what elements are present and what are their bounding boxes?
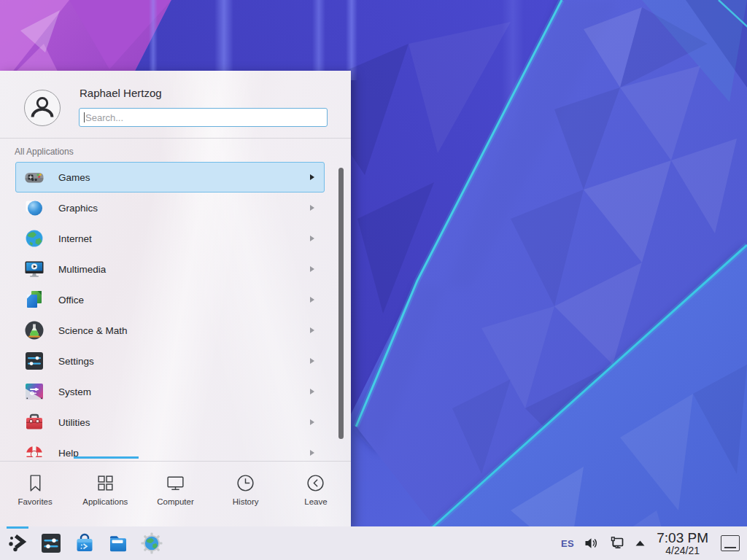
category-internet[interactable]: Internet xyxy=(15,223,325,254)
computer-icon xyxy=(166,473,185,493)
system-settings-icon[interactable] xyxy=(39,532,63,555)
chevron-right-icon xyxy=(310,297,314,303)
search-input[interactable] xyxy=(79,108,328,127)
user-avatar[interactable] xyxy=(24,90,61,126)
tab-computer[interactable]: Computer xyxy=(140,462,210,526)
scrollbar-thumb[interactable] xyxy=(338,168,344,439)
volume-icon[interactable] xyxy=(584,535,600,551)
keyboard-layout-indicator[interactable]: ES xyxy=(561,538,574,549)
tab-history[interactable]: History xyxy=(211,462,281,526)
show-desktop-button[interactable] xyxy=(721,535,740,551)
globe-icon xyxy=(24,228,44,249)
flask-icon xyxy=(24,320,44,341)
lifebuoy-icon xyxy=(24,443,44,457)
tab-applications[interactable]: Applications xyxy=(70,462,140,526)
chevron-right-icon xyxy=(310,419,314,425)
system-gradient-icon xyxy=(24,381,44,402)
chevron-right-icon xyxy=(310,358,314,364)
discover-software-center-icon[interactable] xyxy=(73,532,96,555)
desktop: Raphael Hertzog All Applications xyxy=(0,0,747,560)
digital-clock[interactable]: 7:03 PM 4/24/21 xyxy=(655,531,710,556)
chevron-right-icon xyxy=(310,266,314,272)
category-utilities[interactable]: Utilities xyxy=(15,407,325,438)
grid-icon xyxy=(96,473,115,493)
tab-leave[interactable]: Leave xyxy=(281,462,351,526)
category-list: Games Graphics xyxy=(0,162,351,457)
chevron-right-icon xyxy=(310,205,314,211)
category-office[interactable]: Office xyxy=(15,284,325,315)
documents-icon xyxy=(24,289,44,310)
category-system[interactable]: System xyxy=(15,376,325,407)
file-manager-icon[interactable] xyxy=(107,532,130,555)
category-games[interactable]: Games xyxy=(15,162,325,192)
web-browser-icon[interactable] xyxy=(140,532,163,555)
leave-icon xyxy=(306,473,325,493)
toolbox-icon xyxy=(24,412,44,432)
bookmark-icon xyxy=(26,473,45,493)
sphere-icon xyxy=(24,198,44,218)
category-graphics[interactable]: Graphics xyxy=(15,192,325,223)
tab-favorites[interactable]: Favorites xyxy=(0,462,70,526)
text-cursor xyxy=(84,112,85,122)
monitor-play-icon xyxy=(24,259,44,279)
launcher-tab-bar: Favorites Applications Computer xyxy=(0,461,351,526)
network-icon[interactable] xyxy=(609,535,625,551)
category-multimedia[interactable]: Multimedia xyxy=(15,254,325,284)
launcher-header: Raphael Hertzog xyxy=(0,71,351,139)
system-tray: ES 7:03 PM 4/24/21 xyxy=(561,531,740,556)
category-settings[interactable]: Settings xyxy=(15,346,325,376)
chevron-right-icon xyxy=(310,236,314,241)
chevron-right-icon xyxy=(310,450,314,456)
clock-date: 4/24/21 xyxy=(665,545,700,556)
taskbar-launchers xyxy=(6,532,163,555)
chevron-right-icon xyxy=(310,174,314,180)
category-help[interactable]: Help xyxy=(15,438,325,457)
section-label: All Applications xyxy=(15,147,74,157)
application-launcher-menu: Raphael Hertzog All Applications xyxy=(0,71,351,526)
active-launcher-indicator xyxy=(7,526,28,529)
category-science-math[interactable]: Science & Math xyxy=(15,315,325,346)
application-launcher-button[interactable] xyxy=(6,532,29,555)
sliders-icon xyxy=(24,351,44,371)
kde-launcher-icon xyxy=(6,532,29,555)
clock-time: 7:03 PM xyxy=(657,531,708,545)
active-tab-indicator xyxy=(74,456,139,459)
taskbar-panel: ES 7:03 PM 4/24/21 xyxy=(0,526,747,560)
chevron-right-icon xyxy=(310,389,314,394)
history-clock-icon xyxy=(236,473,255,493)
chevron-right-icon xyxy=(310,327,314,333)
user-name: Raphael Hertzog xyxy=(80,87,162,99)
gamepad-icon xyxy=(24,167,44,187)
expand-tray-icon[interactable] xyxy=(635,540,646,547)
